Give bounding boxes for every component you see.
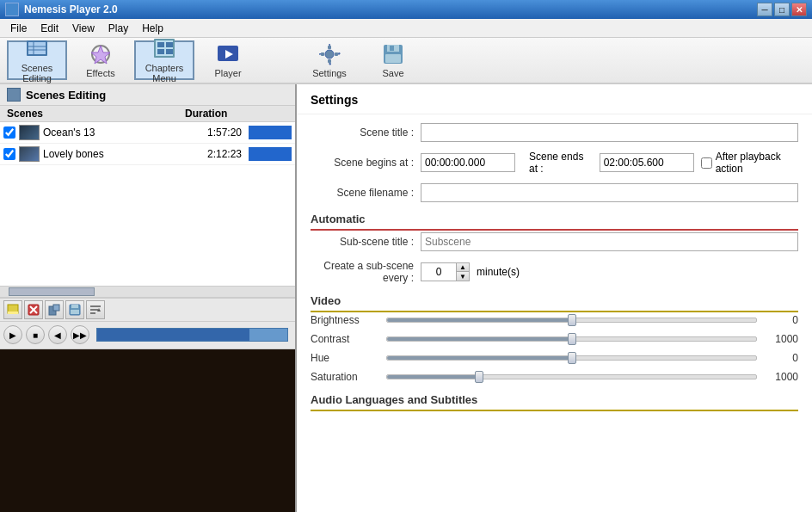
effects-icon <box>87 42 114 66</box>
saturation-row: Saturation 1000 <box>311 371 798 383</box>
back-button[interactable]: ◀ <box>48 325 67 344</box>
scenes-list: Ocean's 13 1:57:20 Lovely bones 2:12:23 <box>0 122 295 286</box>
subscene-title-input[interactable] <box>421 232 798 251</box>
svg-rect-15 <box>328 46 331 49</box>
svg-rect-17 <box>321 52 324 56</box>
scene-name-2: Lovely bones <box>43 148 197 160</box>
minimize-button[interactable]: ─ <box>757 3 772 16</box>
menu-help[interactable]: Help <box>135 21 170 36</box>
scene-thumb-1 <box>19 125 40 140</box>
create-subscene-label: Create a sub-scene every : <box>311 260 414 284</box>
toolbar-chapters-menu-label: Chapters Menu <box>138 63 191 83</box>
spinner-up[interactable]: ▲ <box>457 263 469 272</box>
scene-begins-label: Scene begins at : <box>311 157 414 169</box>
toolbar-settings[interactable]: Settings <box>299 40 360 80</box>
progress-fill <box>97 329 249 341</box>
play-button[interactable]: ▶ <box>3 325 22 344</box>
scene-filename-label: Scene filename : <box>311 187 414 199</box>
toolbar: Scenes Editing Effects Chapters Menu <box>0 38 812 84</box>
scene-duration-1: 1:57:20 <box>197 126 249 139</box>
scene-thumb-2 <box>19 146 40 162</box>
toolbar-player[interactable]: Player <box>198 40 258 80</box>
minutes-label: minute(s) <box>477 266 520 278</box>
audio-section-heading: Audio Languages and Subtitles <box>311 393 798 411</box>
toolbar-effects[interactable]: Effects <box>71 40 131 80</box>
saturation-slider[interactable] <box>386 374 757 379</box>
toolbar-save-label: Save <box>382 68 403 78</box>
saturation-value: 1000 <box>764 371 798 383</box>
menu-play[interactable]: Play <box>102 21 135 36</box>
contrast-thumb[interactable] <box>568 333 576 345</box>
saturation-thumb[interactable] <box>475 371 483 383</box>
brightness-slider[interactable] <box>386 318 757 323</box>
subscene-interval-input[interactable] <box>421 263 456 281</box>
edit-scene-button[interactable] <box>45 300 64 319</box>
scene-checkbox-1[interactable] <box>3 126 15 139</box>
table-row[interactable]: Ocean's 13 1:57:20 <box>0 122 295 144</box>
toolbar-scenes-editing-label: Scenes Editing <box>10 63 64 83</box>
left-panel: Scenes Editing Scenes Duration Ocean's 1… <box>0 84 297 512</box>
scene-color-1 <box>249 126 292 139</box>
settings-title: Settings <box>297 84 812 114</box>
scene-ends-label: Scene ends at : <box>529 151 593 175</box>
table-row[interactable]: Lovely bones 2:12:23 <box>0 144 295 165</box>
scene-filename-row: Scene filename : <box>311 183 798 202</box>
col-scene-header: Scenes <box>7 108 185 120</box>
scene-checkbox-2[interactable] <box>3 148 15 160</box>
stop-button[interactable]: ■ <box>26 325 45 344</box>
svg-rect-10 <box>157 49 164 54</box>
bottom-toolbar <box>0 298 295 322</box>
scenes-table-header: Scenes Duration <box>0 106 295 122</box>
horizontal-scrollbar[interactable] <box>0 286 295 298</box>
scene-filename-input[interactable] <box>421 183 798 202</box>
sort-scene-button[interactable] <box>86 300 105 319</box>
toolbar-player-label: Player <box>214 68 241 78</box>
spinner-down[interactable]: ▼ <box>457 272 469 281</box>
scroll-thumb[interactable] <box>9 287 95 296</box>
brightness-value: 0 <box>764 314 798 326</box>
svg-rect-1 <box>28 42 46 54</box>
menu-bar: File Edit View Play Help <box>0 19 812 38</box>
contrast-value: 1000 <box>764 333 798 345</box>
save-icon <box>379 42 407 66</box>
app-title: Nemesis Player 2.0 <box>24 3 118 15</box>
save-scene-button[interactable] <box>65 300 84 319</box>
scenes-header-icon <box>7 88 21 102</box>
toolbar-scenes-editing[interactable]: Scenes Editing <box>7 40 67 80</box>
after-playback-checkbox[interactable] <box>701 157 712 169</box>
svg-rect-24 <box>8 312 18 314</box>
col-duration-header: Duration <box>185 108 245 120</box>
toolbar-chapters-menu[interactable]: Chapters Menu <box>134 40 194 80</box>
scene-time-row: Scene begins at : Scene ends at : After … <box>311 151 798 175</box>
menu-edit[interactable]: Edit <box>34 21 65 36</box>
svg-rect-22 <box>385 54 401 63</box>
svg-rect-21 <box>390 46 394 51</box>
contrast-label: Contrast <box>311 333 379 345</box>
app-icon <box>5 3 19 16</box>
toolbar-save[interactable]: Save <box>363 40 423 80</box>
spinner-arrows: ▲ ▼ <box>456 263 469 281</box>
contrast-slider[interactable] <box>386 336 757 342</box>
hue-thumb[interactable] <box>568 352 576 364</box>
progress-bar[interactable] <box>96 328 288 342</box>
subscene-title-label: Sub-scene title : <box>311 236 414 248</box>
svg-rect-9 <box>166 42 173 47</box>
svg-rect-18 <box>335 52 338 56</box>
brightness-thumb[interactable] <box>568 314 576 326</box>
close-button[interactable]: ✕ <box>791 3 807 16</box>
playback-controls: ▶ ■ ◀ ▶▶ <box>0 322 295 349</box>
maximize-button[interactable]: □ <box>774 3 790 16</box>
subscene-interval-spinner[interactable]: ▲ ▼ <box>421 262 470 281</box>
hue-value: 0 <box>764 352 798 364</box>
scenes-editing-icon <box>23 37 51 61</box>
delete-scene-button[interactable] <box>24 300 43 319</box>
menu-file[interactable]: File <box>3 21 34 36</box>
menu-view[interactable]: View <box>65 21 102 36</box>
add-scene-button[interactable] <box>3 300 22 319</box>
forward-button[interactable]: ▶▶ <box>71 325 89 344</box>
scene-ends-input[interactable] <box>600 153 694 172</box>
player-icon <box>214 42 242 66</box>
hue-slider[interactable] <box>386 355 757 361</box>
scene-begins-input[interactable] <box>421 153 515 172</box>
scene-title-input[interactable] <box>421 123 798 142</box>
